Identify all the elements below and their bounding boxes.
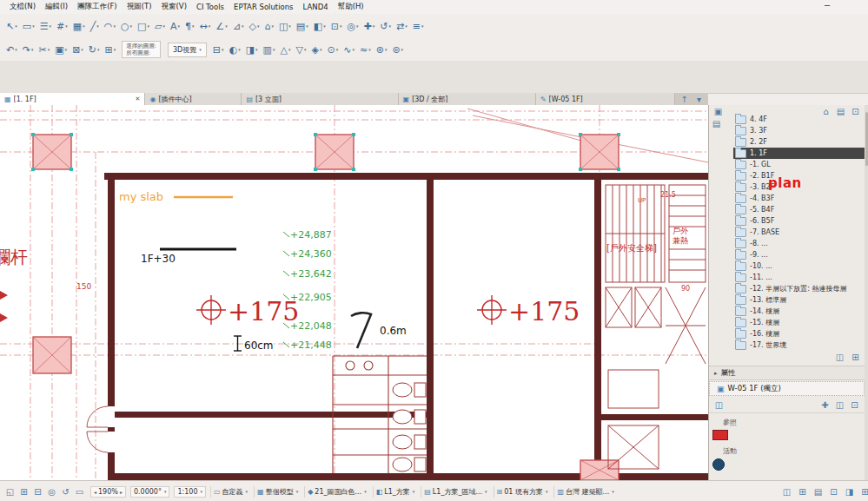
panel-icon[interactable]: ◫ xyxy=(712,399,726,411)
toolbar-button[interactable]: ◧▾ xyxy=(311,16,328,36)
view-tab[interactable]: ◉ [插件中心] ✕ xyxy=(145,93,242,105)
story-item[interactable]: -13. 標準層 xyxy=(733,294,865,306)
story-item[interactable]: -12. 半層以下放置: 熱連接母層 xyxy=(733,283,865,294)
level-label[interactable]: 1F+30 xyxy=(141,253,176,265)
view-tab[interactable]: ▣ [3D / 全部] ✕ xyxy=(399,93,536,105)
story-item[interactable]: -17. 世界境 xyxy=(733,339,865,351)
toolbar-button[interactable]: ⌂▾ xyxy=(262,16,276,36)
panel-icon[interactable]: ▤ xyxy=(812,486,825,498)
story-item[interactable]: -14. 樓層 xyxy=(733,306,865,317)
scale-field[interactable]: 1:100 ▾ xyxy=(174,486,206,498)
toolbar-button[interactable]: ⊞▾ xyxy=(103,40,119,59)
toolbar-button[interactable]: ∿▾ xyxy=(341,40,357,59)
panel-icon[interactable]: ⊞ xyxy=(796,486,809,498)
toolbar-button[interactable]: ↺▾ xyxy=(377,16,394,36)
story-item[interactable]: -16. 樓層 xyxy=(733,328,865,339)
panel-icon[interactable]: ⊞ xyxy=(858,486,868,498)
toolbar-button[interactable]: ↶▾ xyxy=(3,40,20,59)
story-item[interactable]: -6. B5F xyxy=(733,215,865,227)
menu-item[interactable]: 視圖(T) xyxy=(123,1,156,13)
panel-icon[interactable]: ↑ xyxy=(678,94,691,105)
zoom-control[interactable]: ◂ 190% ▸ xyxy=(90,486,126,498)
toolbar-button[interactable]: ▱▾ xyxy=(152,16,168,36)
panel-icon[interactable]: ◫ xyxy=(833,399,846,411)
toolbar-button[interactable]: ▦▾ xyxy=(70,16,88,36)
dim-06m-label[interactable]: 0.6m xyxy=(380,325,407,337)
dim-60cm-label[interactable]: 60cm xyxy=(244,339,274,352)
toolbar-button[interactable]: ✚▾ xyxy=(361,16,378,36)
toolbar-button[interactable]: ⊡▾ xyxy=(328,16,345,36)
view-tab[interactable]: ▤ [3 立面] ✕ xyxy=(242,93,398,105)
menu-item[interactable]: LAND4 xyxy=(299,2,333,12)
menu-item[interactable]: 文檔(N) xyxy=(5,1,40,13)
toolbar-button[interactable]: ◫▾ xyxy=(276,16,294,36)
view-tab[interactable]: ✎ [W-05 1F] ✕ xyxy=(536,93,675,105)
toolbar-button[interactable]: □▾ xyxy=(135,16,152,36)
zoom-prev-icon[interactable]: ◂ xyxy=(94,489,96,495)
active-color-swatch[interactable] xyxy=(712,458,725,471)
toolbar-button[interactable]: △▾ xyxy=(278,40,294,59)
toolbar-button[interactable]: #▾ xyxy=(54,16,70,36)
panel-icon[interactable]: ◫ xyxy=(833,352,846,363)
statusbar-dropdown[interactable]: ▤ L1_方案_區域... ▾ xyxy=(421,486,489,498)
floor-plan-drawing[interactable]: my slab 1F+30 +24,887 +24,360 +23,642 +2… xyxy=(0,105,708,480)
toolbar-button[interactable]: A▾ xyxy=(168,16,182,36)
toolbar-button[interactable]: ◐▾ xyxy=(227,40,243,59)
toolbar-button[interactable]: ◠▾ xyxy=(102,16,118,36)
panel-icon[interactable]: ↺ xyxy=(59,486,72,498)
story-item[interactable]: -10. ... xyxy=(733,260,865,272)
toolbar-button[interactable]: ▤▾ xyxy=(294,16,311,36)
story-item[interactable]: -11. ... xyxy=(733,272,865,283)
minimize-button[interactable]: ─ xyxy=(825,1,830,10)
properties-header[interactable]: ▸ 屬性 xyxy=(709,366,868,380)
panel-icon[interactable]: ◱ xyxy=(3,486,17,498)
panel-icon[interactable]: ◫ xyxy=(780,486,793,498)
column[interactable] xyxy=(314,133,355,171)
layer-selector[interactable]: 選擇的圖層: 所有圖層: xyxy=(122,41,161,58)
story-item[interactable]: -7. BASE xyxy=(733,227,865,238)
toolbar-button[interactable]: ▽▾ xyxy=(293,40,308,59)
toolbar-button[interactable]: ⊙▾ xyxy=(324,40,341,59)
panel-icon[interactable]: ▭ xyxy=(73,486,86,498)
elevation-value[interactable]: +21,448 xyxy=(290,339,332,351)
column[interactable] xyxy=(31,133,73,171)
panel-icon[interactable]: ◎ xyxy=(45,486,58,498)
panel-icon[interactable]: ⊟ xyxy=(31,486,44,498)
story-item[interactable]: -15. 樓層 xyxy=(733,317,865,328)
toolbar-button[interactable]: ≡▾ xyxy=(410,16,427,36)
statusbar-dropdown[interactable]: ◆ 21_圖面白色... ▾ xyxy=(304,486,368,498)
panel-icon[interactable]: ⊡ xyxy=(848,399,861,411)
toolbar-button[interactable]: ╱▾ xyxy=(88,16,102,36)
toolbar-button[interactable]: ∠▾ xyxy=(213,16,229,36)
menu-item[interactable]: CI Tools xyxy=(192,2,229,12)
story-item[interactable]: -1. GL xyxy=(733,159,865,170)
panel-icon[interactable]: ✚ xyxy=(818,399,832,411)
view-item[interactable]: ▣ W-05 1F (獨立) xyxy=(709,381,865,396)
column[interactable] xyxy=(580,460,619,480)
toolbar-button[interactable]: ✂▾ xyxy=(36,40,52,59)
my-slab-label[interactable]: my slab xyxy=(119,190,163,203)
railing-label[interactable]: 欄杆 xyxy=(0,247,28,267)
tab-close-icon[interactable]: ✕ xyxy=(136,96,141,102)
panel-icon[interactable]: ◨ xyxy=(843,486,856,498)
panel-icon[interactable]: ⊞ xyxy=(849,352,862,363)
story-item[interactable]: 4. 4F xyxy=(733,114,865,125)
panel-scrollbar[interactable] xyxy=(865,105,868,480)
statusbar-dropdown[interactable]: ⊞ 01 現有方案 ▾ xyxy=(494,486,551,498)
statusbar-dropdown[interactable]: ▥ 台灣 建築顯... ▾ xyxy=(553,486,616,498)
story-item[interactable]: -5. B4F xyxy=(733,204,865,215)
toolbar-button[interactable]: ⇄▾ xyxy=(394,16,410,36)
spot-value-left[interactable]: +175 xyxy=(228,296,299,326)
menu-item[interactable]: 團隊工作(F) xyxy=(73,1,122,13)
elevation-values[interactable]: +24,887 +24,360 +23,642 +22,905 +22,048 … xyxy=(290,229,332,351)
story-item[interactable]: -9. ... xyxy=(733,249,865,260)
toolbar-button[interactable]: ≈▾ xyxy=(357,40,374,59)
column[interactable] xyxy=(579,133,620,171)
reference-color-swatch[interactable] xyxy=(712,430,728,440)
toolbar-button[interactable]: ◨▾ xyxy=(243,40,261,59)
toolbar-button[interactable]: ▣▾ xyxy=(52,40,70,59)
toolbar-button[interactable]: ↻▾ xyxy=(86,40,103,59)
elevation-value[interactable]: +24,360 xyxy=(290,248,332,260)
toolbar-button[interactable]: ↖▾ xyxy=(3,16,20,36)
toolbar-button[interactable]: ◎▾ xyxy=(344,16,361,36)
